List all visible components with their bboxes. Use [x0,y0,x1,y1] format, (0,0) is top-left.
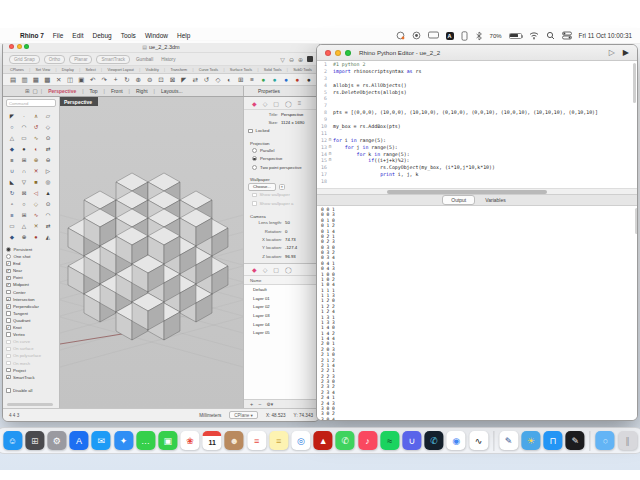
rendered-view-icon[interactable]: ● [281,74,291,85]
dock-spotify-icon[interactable]: ≈ [380,431,399,450]
palette-tool-icon[interactable]: ▱ [42,110,54,121]
menu-help[interactable]: Help [177,32,190,39]
panel-tab-icon[interactable]: ▢ [273,100,279,107]
ribbon-tab-visibility[interactable]: Visibility [143,68,160,72]
code-line[interactable]: 1#1 python 2 [317,61,638,68]
dock-contacts-icon[interactable]: ☻ [225,431,244,450]
palette-tool-icon[interactable]: ∩ [18,165,30,176]
point-checkbox[interactable]: ✓ [6,276,11,281]
dock-trash-icon[interactable]: ∥ [618,431,637,450]
dock-music-icon[interactable]: ♪ [358,431,377,450]
view-tab-top[interactable]: Top [87,88,101,94]
dock-photos-icon[interactable]: ❀ [180,431,199,450]
palette-tool-icon[interactable]: ∿ [30,132,42,143]
view-tab-right[interactable]: Right [133,88,151,94]
panel-tab-icon[interactable]: ◆ [252,266,257,273]
smarttrack-checkbox[interactable]: ✓ [6,375,11,380]
dock-messages-icon[interactable]: … [136,431,155,450]
dock-drawing-app-icon[interactable]: ✎ [566,431,585,450]
panel-tab-icon[interactable]: ▢ [273,266,279,273]
code-line[interactable]: 14⊟ for k in range(5): [317,151,638,158]
dock-calendar-icon[interactable]: 11 [203,431,222,450]
close-button[interactable] [325,50,331,56]
display-icon[interactable] [428,31,439,41]
parallel-radio[interactable] [252,148,257,153]
view-tab-perspective[interactable]: Perspective [45,88,79,94]
dock-notes-icon[interactable]: ≡ [269,431,288,450]
array-icon[interactable]: ⊞ [236,74,246,85]
palette-tool-icon[interactable]: ◇ [30,198,42,209]
palette-tool-icon[interactable]: ▽ [18,176,30,187]
copy-icon[interactable]: ◫ [65,74,75,85]
ribbon-tab-cplanes[interactable]: CPlanes [8,68,26,72]
rotate-icon[interactable]: ↺ [201,74,211,85]
scale-icon[interactable]: ◇ [213,74,223,85]
menu-tools[interactable]: Tools [121,32,136,39]
menu-rhino-7[interactable]: Rhino 7 [20,32,44,39]
palette-tool-icon[interactable]: ◭ [42,231,54,242]
layer-row-layer-05[interactable]: Layer 05 [244,328,319,337]
iphone-mirroring-icon[interactable] [461,31,468,41]
layer-row-default[interactable]: Default [244,285,319,294]
debug-run-button[interactable]: ▶ [623,48,629,57]
panel-tab-icon[interactable]: ◯ [285,100,292,107]
palette-tool-icon[interactable]: ⊞ [18,209,30,220]
swatch-icon[interactable] [307,56,313,62]
palette-tool-icon[interactable]: ○ [6,121,18,132]
locked-checkbox[interactable] [248,129,253,134]
code-line[interactable]: 3 [317,75,638,82]
open-file-icon[interactable]: ▥ [19,74,29,85]
menu-edit[interactable]: Edit [72,32,83,39]
history-toggle[interactable]: History [159,57,177,62]
wireframe-view-icon[interactable]: ● [304,74,314,85]
dock-rhino-icon[interactable]: ∿ [469,431,488,450]
panel-tab-icon[interactable]: ◯ [285,266,292,273]
code-line[interactable]: 8pts = [(0,0,0), (10,0,0), (10,10,0), (0… [317,109,638,116]
pan-icon[interactable]: + [110,74,120,85]
palette-tool-icon[interactable]: ↻ [6,187,18,198]
ribbon-tab-set-view[interactable]: Set View [34,68,53,72]
midpoint-checkbox[interactable]: ✓ [6,283,11,288]
tangent-checkbox[interactable] [6,311,11,316]
dock-weather-icon[interactable]: ☀ [521,431,540,450]
select-icon[interactable]: ◤ [179,74,189,85]
palette-tool-icon[interactable]: ◠ [18,121,30,132]
near-checkbox[interactable]: ✓ [6,269,11,274]
palette-tool-icon[interactable]: ◣ [6,176,18,187]
perpendicular-checkbox[interactable]: ✓ [6,304,11,309]
palette-tool-icon[interactable]: ∘ [6,198,18,209]
command-input[interactable]: Command [6,99,56,107]
one-shot-radio[interactable] [6,254,11,259]
two-point-perspective-radio[interactable] [252,165,257,170]
intersection-checkbox[interactable]: ✓ [6,297,11,302]
palette-tool-icon[interactable]: ▭ [6,220,18,231]
palette-tool-icon[interactable]: ◤ [6,110,18,121]
palette-tool-icon[interactable]: ✕ [30,165,42,176]
vertex-checkbox[interactable] [6,332,11,337]
code-line[interactable]: 16 rs.CopyObject(my_box, (i*10,j*10,k*10… [317,164,638,171]
dock-downloads-folder-icon[interactable]: ○ [596,431,615,450]
redo-icon[interactable]: ↷ [99,74,109,85]
palette-tool-icon[interactable]: ⊙ [42,132,54,143]
palette-tool-icon[interactable]: ⊖ [42,154,54,165]
code-line[interactable]: 6 [317,95,638,102]
palette-tool-icon[interactable]: △ [6,132,18,143]
ribbon-tab-solid-tools[interactable]: Solid Tools [262,68,284,72]
dock-find-my-icon[interactable]: ◎ [291,431,310,450]
add-layer-button[interactable]: + [250,401,253,407]
shaded-view-icon[interactable]: ● [258,74,268,85]
output-scrollbar[interactable] [635,208,638,234]
code-line[interactable]: 10my_box = rs.AddBox(pts) [317,123,638,130]
undo-icon[interactable]: ↶ [88,74,98,85]
move-icon[interactable]: ⇄ [190,74,200,85]
menu-debug[interactable]: Debug [93,32,112,39]
menu-file[interactable]: File [53,32,63,39]
palette-tool-icon[interactable]: ▭ [18,132,30,143]
viewport-label[interactable]: Perspective [60,97,98,106]
dock-keynote-icon[interactable]: ⊓ [543,431,562,450]
palette-tool-icon[interactable]: ∪ [6,165,18,176]
quadrant-checkbox[interactable] [6,318,11,323]
code-line[interactable]: 7 [317,102,638,109]
palette-tool-icon[interactable]: ■ [30,176,42,187]
save-icon[interactable]: ▦ [31,74,41,85]
